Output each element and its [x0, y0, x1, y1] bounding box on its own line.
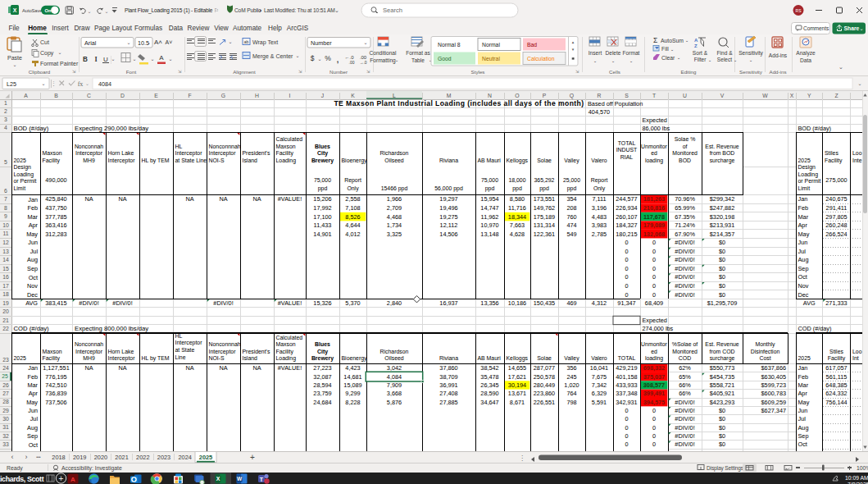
svg-text:Maxson: Maxson — [276, 341, 296, 347]
svg-text:Paste: Paste — [7, 55, 22, 61]
svg-text:0: 0 — [625, 256, 628, 263]
svg-text:9: 9 — [4, 213, 7, 219]
svg-text:Calculated: Calculated — [276, 335, 303, 340]
svg-text:Facility: Facility — [43, 158, 61, 164]
svg-text:from BOD: from BOD — [710, 150, 735, 156]
svg-text:275,000: 275,000 — [825, 176, 847, 184]
svg-text:Only: Only — [593, 185, 606, 192]
svg-text:Editing: Editing — [681, 69, 697, 75]
svg-text:Apr: Apr — [798, 390, 808, 397]
svg-text:$247,882: $247,882 — [710, 204, 734, 212]
svg-text:TOTAL: TOTAL — [618, 140, 636, 146]
svg-text:Monitored: Monitored — [672, 150, 698, 156]
svg-text:or Permit: or Permit — [798, 178, 821, 184]
svg-text:⋮: ⋮ — [519, 454, 525, 462]
svg-text:16,041: 16,041 — [590, 364, 608, 372]
svg-text:NA: NA — [252, 364, 261, 372]
svg-text:4,468: 4,468 — [387, 213, 402, 221]
svg-text:271,333: 271,333 — [825, 299, 847, 307]
svg-text:0: 0 — [625, 415, 628, 422]
svg-text:624,332: 624,332 — [825, 390, 847, 397]
svg-text:354: 354 — [566, 195, 576, 203]
svg-text:287,077: 287,077 — [534, 364, 555, 372]
svg-text:Est. Revenue: Est. Revenue — [705, 341, 739, 347]
svg-text:0: 0 — [652, 256, 656, 263]
svg-text:0: 0 — [652, 239, 656, 246]
svg-text:B: B — [54, 93, 58, 98]
svg-text:433,933: 433,933 — [616, 381, 637, 389]
svg-text:NOI-S: NOI-S — [209, 158, 225, 163]
svg-text:A: A — [694, 38, 698, 43]
svg-text:May: May — [798, 231, 810, 238]
svg-text:$609,259: $609,259 — [761, 399, 786, 406]
svg-text:0: 0 — [625, 291, 628, 299]
svg-text:I: I — [94, 56, 97, 63]
svg-text:$299,342: $299,342 — [710, 195, 734, 203]
svg-text:2025: 2025 — [798, 158, 811, 163]
svg-text:3,042: 3,042 — [387, 364, 402, 372]
svg-text:Normal: Normal — [482, 42, 500, 48]
svg-text:⌄: ⌄ — [593, 58, 598, 63]
svg-text:V: V — [720, 93, 725, 98]
svg-text:$558,721: $558,721 — [710, 381, 734, 389]
svg-text:$0: $0 — [719, 291, 725, 299]
svg-text:BOD: BOD — [679, 158, 691, 163]
svg-text:15466 ppd: 15466 ppd — [381, 185, 408, 192]
svg-text:Unmonitor: Unmonitor — [641, 341, 667, 347]
svg-text:184,327: 184,327 — [616, 221, 637, 229]
svg-text:181,263: 181,263 — [643, 195, 665, 203]
svg-text:Insert: Insert — [52, 25, 69, 32]
svg-text:Solae %: Solae % — [675, 136, 696, 142]
svg-text:7,111: 7,111 — [592, 195, 606, 203]
svg-text:149,762: 149,762 — [534, 204, 555, 212]
svg-text:G: G — [221, 93, 225, 98]
svg-text:#VALUE!: #VALUE! — [278, 364, 302, 372]
svg-text:Draw: Draw — [74, 25, 89, 32]
svg-text:City: City — [317, 150, 328, 157]
svg-text:30,194: 30,194 — [508, 381, 526, 389]
svg-text:INDUST: INDUST — [616, 147, 638, 153]
svg-text:⌄: ⌄ — [228, 39, 232, 44]
svg-text:NA: NA — [84, 195, 93, 203]
svg-text:7,675: 7,675 — [592, 373, 607, 381]
svg-text:8,580: 8,580 — [510, 195, 525, 203]
svg-text:TOTAL: TOTAL — [618, 355, 636, 361]
svg-text:33: 33 — [2, 441, 9, 447]
svg-text:19,496: 19,496 — [439, 204, 457, 212]
svg-text:Insert: Insert — [589, 50, 602, 56]
svg-text:MH9: MH9 — [83, 158, 95, 163]
svg-text:Apr: Apr — [29, 221, 39, 229]
svg-text:760: 760 — [566, 213, 576, 221]
svg-text:COD: COD — [679, 355, 691, 361]
svg-text:Interceptor: Interceptor — [108, 355, 136, 362]
svg-text:Styles: Styles — [471, 69, 485, 75]
svg-text:#DIV/0!: #DIV/0! — [675, 399, 694, 406]
svg-text:#DIV/0!: #DIV/0! — [675, 415, 694, 422]
svg-text:HL by TEM: HL by TEM — [142, 355, 170, 362]
svg-text:245: 245 — [566, 373, 576, 381]
svg-text:›: › — [25, 453, 28, 461]
svg-text:Loading: Loading — [276, 355, 297, 362]
svg-text:86,000 lbs: 86,000 lbs — [643, 125, 670, 132]
svg-text:9,299: 9,299 — [345, 390, 360, 397]
svg-text:H: H — [255, 93, 259, 98]
svg-text:→.0: →.0 — [359, 60, 366, 65]
svg-text:⌄: ⌄ — [132, 57, 136, 62]
svg-text:8: 8 — [4, 205, 7, 211]
svg-text:0: 0 — [625, 282, 628, 290]
svg-text:Stiles: Stiles — [829, 349, 843, 354]
svg-text:Jun: Jun — [28, 407, 38, 414]
svg-text:Add-ins: Add-ins — [769, 53, 788, 58]
svg-text:Data: Data — [800, 57, 811, 63]
svg-text:⌄: ⌄ — [395, 57, 399, 62]
svg-text:Review: Review — [188, 25, 210, 32]
svg-text:75,000: 75,000 — [314, 177, 331, 183]
svg-text:24: 24 — [2, 365, 9, 371]
svg-text:Limit: Limit — [798, 185, 811, 191]
svg-text:Find &: Find & — [716, 50, 733, 56]
svg-text:8,228: 8,228 — [345, 399, 360, 406]
svg-text:May: May — [26, 231, 38, 238]
svg-text:2019: 2019 — [73, 454, 86, 461]
svg-text:21: 21 — [2, 317, 9, 323]
svg-text:TE Maxson Plant Industrial Loa: TE Maxson Plant Industrial Loading (incl… — [334, 99, 584, 107]
